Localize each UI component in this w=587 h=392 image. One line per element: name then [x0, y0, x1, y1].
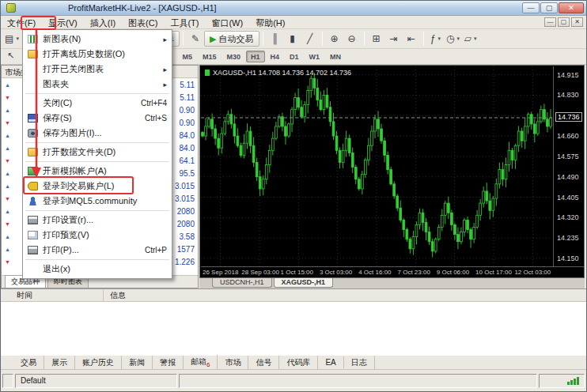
minimize-button[interactable]: — — [522, 2, 540, 13]
terminal-tab-0[interactable]: 交易 — [13, 356, 44, 370]
new-chart-button[interactable]: ▤▾ — [3, 31, 21, 47]
timeframe-button-m30[interactable]: M30 — [222, 51, 246, 62]
file-menu-item-9[interactable]: 打开数据文件夹(D) — [23, 145, 172, 160]
chart-shift-button[interactable]: ⇤ — [403, 31, 420, 47]
file-menu-item-15[interactable]: 打印设置(r)... — [23, 213, 172, 228]
terminal-tab-2[interactable]: 账户历史 — [75, 356, 122, 370]
terminal-tab-3[interactable]: 新闻 — [122, 356, 153, 370]
bar-chart-mode-icon: ║ — [271, 33, 278, 44]
chart-tab-0[interactable]: USDCNH-,H1 — [212, 278, 272, 288]
file-menu-item-16[interactable]: 打印预览(V) — [23, 228, 172, 243]
chart-tab-1[interactable]: XAGUSD-,H1 — [274, 278, 334, 288]
terminal-tab-5[interactable]: 邮箱6 — [184, 355, 218, 370]
zoom-out-button[interactable]: ⊖ — [343, 31, 361, 47]
indicator-list-button[interactable]: ƒ▾ — [427, 31, 445, 47]
file-menu-item-19[interactable]: 退出(x) — [23, 262, 172, 277]
terminal-tab-10[interactable]: 日志 — [344, 356, 375, 370]
menu-item-label: 打印预览(V) — [43, 229, 89, 241]
time-axis-label: 28 Sep 03:00 — [241, 269, 279, 276]
timeframe-button-m5[interactable]: M5 — [178, 51, 198, 62]
printer-icon — [28, 216, 38, 224]
menu-item-label: 登录到MQL5.community — [43, 195, 137, 207]
quote-price: 3.015 — [175, 194, 195, 203]
current-price-label: 14.736 — [555, 112, 582, 122]
terminal-tab-8[interactable]: 代码库 — [279, 356, 318, 370]
time-axis-label: 4 Oct 16:00 — [358, 269, 391, 276]
bar-chart-mode-button[interactable]: ║ — [267, 31, 284, 47]
metaeditor-button[interactable]: ✎ — [187, 31, 204, 47]
application-window: ProfitMarketHK-Live2 - [XAGUSD-,H1] — ▢ … — [0, 0, 587, 392]
timeframe-button-h1[interactable]: H1 — [246, 51, 265, 62]
mdi-close-button[interactable]: ✕ — [571, 17, 583, 27]
maximize-button[interactable]: ▢ — [540, 2, 558, 13]
file-menu-item-0[interactable]: 新图表(N)▸ — [23, 32, 172, 47]
terminal-tab-1[interactable]: 展示 — [44, 356, 75, 370]
timeframe-button-mn[interactable]: MN — [325, 51, 346, 62]
auto-scroll-icon: ⇥ — [390, 33, 398, 44]
menu-item-label: 打开离线历史数据(O) — [43, 48, 125, 60]
menu-bar: 文件(F)显示(V)插入(I)图表(C)工具(T)窗口(W)帮助(H) — ▢ … — [1, 16, 586, 29]
quote-price: 95.5 — [180, 169, 195, 178]
menubar-item-0[interactable]: 文件(F) — [1, 16, 42, 28]
app-logo-icon — [6, 3, 16, 13]
candlestick-mode-button[interactable]: ▮ — [284, 31, 301, 47]
file-menu-dropdown: 新图表(N)▸打开离线历史数据(O)打开已关闭图表▸图表夹▸关闭(C)Ctrl+… — [22, 29, 172, 279]
menubar-item-6[interactable]: 帮助(H) — [249, 16, 291, 28]
terminal-tab-7[interactable]: 信号 — [248, 356, 279, 370]
time-axis-label: 12 Oct 03:00 — [514, 269, 551, 276]
time-axis-label: 10 Oct 17:00 — [475, 269, 512, 276]
file-menu-item-11[interactable]: 开新模拟帐户(A) — [23, 164, 172, 179]
zoom-in-button[interactable]: ⊕ — [326, 31, 343, 47]
quote-price: 1577 — [177, 245, 195, 254]
file-menu-item-2[interactable]: 打开已关闭图表▸ — [23, 62, 172, 77]
profile-selector[interactable]: Default — [15, 374, 177, 388]
menu-shortcut: Ctrl+S — [145, 114, 167, 122]
timeframe-button-h4[interactable]: H4 — [266, 51, 285, 62]
menu-item-label: 打印设置(r)... — [43, 214, 93, 226]
terminal-tab-label: 展示 — [51, 358, 67, 367]
tick-up-icon: ▲ — [5, 183, 14, 189]
close-button[interactable]: ✕ — [559, 2, 584, 13]
terminal-tab-6[interactable]: 市场 — [218, 356, 248, 370]
menubar-item-5[interactable]: 窗口(W) — [205, 16, 249, 28]
menubar-item-3[interactable]: 图表(C) — [122, 16, 164, 28]
quote-price: 64.1 — [180, 156, 195, 165]
auto-scroll-button[interactable]: ⇥ — [385, 31, 403, 47]
price-axis-label: 14.490 — [557, 173, 579, 181]
menubar-item-1[interactable]: 显示(V) — [42, 16, 84, 28]
file-menu-item-1[interactable]: 打开离线历史数据(O) — [23, 47, 172, 62]
time-axis-label: 9 Oct 06:00 — [437, 269, 469, 276]
cursor-tool-button[interactable]: ↖ — [3, 50, 18, 62]
line-chart-mode-button[interactable]: ╱ — [301, 31, 319, 47]
file-menu-item-3[interactable]: 图表夹▸ — [23, 77, 172, 92]
period-list-icon: ◷ — [446, 33, 454, 44]
menubar-item-4[interactable]: 工具(T) — [164, 16, 205, 28]
file-menu-item-7[interactable]: 保存为图片(I)... — [23, 126, 172, 141]
timeframe-button-m15[interactable]: M15 — [198, 51, 222, 62]
time-axis-label: 7 Oct 23:00 — [398, 269, 430, 276]
terminal-tab-4[interactable]: 警报 — [153, 356, 184, 370]
timeframe-button-d1[interactable]: D1 — [285, 51, 304, 62]
toolbar-separator — [364, 32, 365, 46]
file-menu-item-12[interactable]: 登录到交易账户(L) — [23, 179, 172, 194]
file-menu-item-17[interactable]: 打印(P)...Ctrl+P — [23, 243, 172, 258]
template-list-button[interactable]: ▱▾ — [462, 31, 479, 47]
mdi-restore-button[interactable]: ▢ — [558, 17, 570, 27]
autotrading-toggle-button[interactable]: ▶自动交易 — [204, 31, 259, 47]
dropdown-arrow-icon: ▾ — [16, 36, 19, 42]
menubar-item-2[interactable]: 插入(I) — [84, 16, 122, 28]
terminal-column-message[interactable]: 信息 — [104, 290, 126, 301]
file-menu-item-6[interactable]: 保存(S)Ctrl+S — [23, 111, 172, 126]
period-list-button[interactable]: ◷▾ — [445, 31, 462, 47]
file-menu-item-13[interactable]: 登录到MQL5.community — [23, 194, 172, 209]
terminal-tab-9[interactable]: EA — [318, 356, 343, 368]
mdi-minimize-button[interactable]: — — [544, 17, 556, 27]
tile-windows-button[interactable]: ⊞ — [368, 31, 385, 47]
quote-price: 3.58 — [180, 232, 195, 241]
submenu-arrow-icon: ▸ — [163, 36, 167, 43]
file-menu-item-5[interactable]: 关闭(C)Ctrl+F4 — [23, 96, 172, 111]
timeframe-button-w1[interactable]: W1 — [305, 51, 325, 62]
connection-status[interactable] — [539, 374, 585, 388]
chart-panel[interactable]: XAGUSD-,H1 14.708 14.736 14.702 14.736 1… — [199, 65, 585, 278]
terminal-column-time[interactable]: 时间 — [1, 290, 104, 301]
